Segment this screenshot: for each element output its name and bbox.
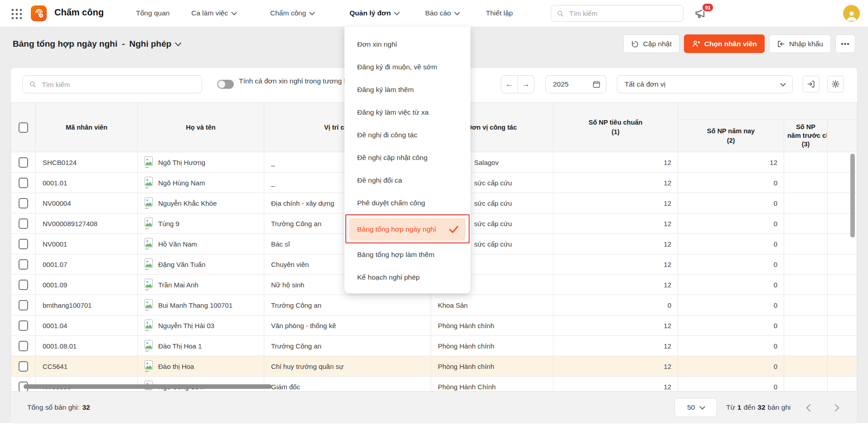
row-checkbox[interactable] bbox=[19, 300, 28, 310]
select-employee-button[interactable]: Chọn nhân viên bbox=[684, 34, 765, 53]
menu-item-dang-ky-lam-them[interactable]: Đăng ký làm thêm bbox=[344, 78, 470, 101]
global-search-input[interactable] bbox=[568, 9, 678, 18]
table-search-input[interactable] bbox=[41, 80, 196, 89]
checkmark-icon bbox=[449, 225, 459, 233]
nav-item-bao-cao[interactable]: Báo cáo bbox=[425, 0, 459, 26]
cell-np-prev-year bbox=[784, 193, 828, 213]
nav-item-ca-lam-viec[interactable]: Ca làm việc bbox=[191, 0, 236, 26]
table-row[interactable]: NV00006 Ngô Công Sơn Giám đốc Phòng Hành… bbox=[11, 377, 857, 392]
nav-item-label: Tổng quan bbox=[136, 9, 170, 17]
row-checkbox[interactable] bbox=[19, 157, 28, 168]
next-page-button[interactable] bbox=[832, 404, 839, 412]
chevron-down-icon[interactable] bbox=[175, 40, 181, 46]
cell-np-standard: 12 bbox=[553, 193, 678, 213]
export-icon bbox=[807, 80, 815, 88]
nav-item-label: Quản lý đơn bbox=[349, 9, 391, 17]
export-button[interactable] bbox=[803, 76, 820, 92]
app-grid-icon[interactable] bbox=[11, 8, 23, 21]
menu-item-bang-tong-hop-ngay-nghi[interactable]: Bảng tổng hợp ngày nghỉ bbox=[349, 218, 466, 241]
nav-item-cham-cong[interactable]: Chấm công bbox=[270, 0, 314, 26]
app-title: Chấm công bbox=[54, 7, 104, 18]
select-all-checkbox[interactable] bbox=[19, 122, 28, 133]
row-checkbox[interactable] bbox=[19, 218, 28, 229]
row-checkbox[interactable] bbox=[19, 361, 28, 372]
more-actions-button[interactable]: ••• bbox=[835, 34, 855, 53]
total-records: Tổng số bản ghi: 32 bbox=[27, 392, 90, 423]
nav-item-tong-quan[interactable]: Tổng quan bbox=[136, 0, 170, 26]
page-size-select[interactable]: 50 bbox=[674, 398, 717, 417]
row-checkbox[interactable] bbox=[19, 280, 28, 290]
menu-item-de-nghi-di-cong-tac[interactable]: Đề nghị đi công tác bbox=[344, 124, 470, 146]
toggle-knob bbox=[218, 81, 225, 88]
cell-employee-code: 0001.09 bbox=[36, 275, 138, 295]
cell-employee-code: 0001.07 bbox=[36, 254, 138, 275]
cell-position: Chỉ huy trưởng quân sự bbox=[264, 356, 431, 377]
table-row-highlighted[interactable]: CC5641 Đào thị Hoa Chỉ huy trưởng quân s… bbox=[11, 356, 857, 377]
menu-item-phe-duyet-cham-cong[interactable]: Phê duyệt chấm công bbox=[344, 192, 470, 214]
menu-item-dang-ky-di-muon-ve-som[interactable]: Đăng ký đi muộn, về sớm bbox=[344, 56, 470, 78]
col-header-employee-code: Mã nhân viên bbox=[36, 103, 138, 152]
row-checkbox[interactable] bbox=[19, 239, 28, 249]
prev-page-button[interactable] bbox=[806, 404, 814, 412]
cell-np-prev-year bbox=[784, 152, 828, 173]
nav-item-label: Thiết lập bbox=[486, 9, 513, 17]
range-text: Từ bbox=[726, 403, 735, 412]
cell-np-standard: 12 bbox=[553, 152, 678, 173]
table-search-box[interactable] bbox=[22, 75, 202, 93]
update-button[interactable]: Cập nhật bbox=[623, 34, 679, 53]
cell-empty bbox=[828, 315, 857, 336]
announcement-megaphone-icon[interactable]: 91 bbox=[694, 7, 709, 21]
table-settings-button[interactable] bbox=[827, 76, 844, 92]
app-logo-timekeeping-icon[interactable] bbox=[31, 5, 47, 21]
cell-employee-code: NV000089127408 bbox=[36, 213, 138, 234]
year-picker[interactable]: 2025 bbox=[545, 75, 606, 93]
table-row[interactable]: 0001.08.01 Đào Thị Hoa 1 Trưởng Công an … bbox=[11, 336, 857, 356]
nav-item-thiet-lap[interactable]: Thiết lập bbox=[486, 0, 513, 26]
cell-np-standard: 12 bbox=[553, 213, 678, 234]
user-avatar[interactable] bbox=[843, 5, 860, 22]
cell-employee-code: CC5641 bbox=[36, 356, 138, 377]
menu-item-don-xin-nghi[interactable]: Đơn xin nghỉ bbox=[344, 33, 470, 56]
cell-np-this-year: 0 bbox=[678, 193, 784, 213]
future-leave-toggle[interactable] bbox=[217, 80, 234, 89]
row-checkbox[interactable] bbox=[19, 259, 28, 270]
cell-employee-code: NV00004 bbox=[36, 193, 138, 213]
import-button[interactable]: Nhập khẩu bbox=[769, 34, 831, 53]
cell-np-standard: 12 bbox=[553, 234, 678, 254]
page-title-subtype[interactable]: Nghỉ phép bbox=[129, 39, 171, 49]
cell-np-prev-year bbox=[784, 275, 828, 295]
cell-np-this-year: 0 bbox=[678, 377, 784, 392]
cell-np-standard: 12 bbox=[553, 315, 678, 336]
table-row[interactable]: bmthang100701 Bui Manh Thang 100701 Trưở… bbox=[11, 295, 857, 315]
menu-item-bang-tong-hop-lam-them[interactable]: Bảng tổng hợp làm thêm bbox=[344, 243, 470, 266]
vertical-scrollbar-thumb[interactable] bbox=[850, 154, 855, 237]
col-header-empty bbox=[828, 120, 857, 152]
unit-filter-select[interactable]: Tất cả đơn vị bbox=[617, 75, 793, 93]
row-checkbox[interactable] bbox=[19, 320, 28, 331]
menu-item-dang-ky-lam-viec-tu-xa[interactable]: Đăng ký làm việc từ xa bbox=[344, 101, 470, 124]
cell-position: Giám đốc bbox=[264, 377, 431, 392]
col-header-full-name: Họ và tên bbox=[138, 103, 264, 152]
broken-image-icon bbox=[145, 360, 154, 372]
horizontal-scrollbar-thumb[interactable] bbox=[24, 384, 272, 389]
cell-full-name: Nguyễn Khắc Khỏe bbox=[158, 199, 217, 207]
menu-item-ke-hoach-nghi-phep[interactable]: Kế hoạch nghỉ phép bbox=[344, 266, 470, 289]
next-year-button[interactable]: → bbox=[518, 76, 534, 93]
cell-np-this-year: 0 bbox=[678, 213, 784, 234]
range-from: 1 bbox=[737, 403, 742, 412]
cell-empty bbox=[828, 275, 857, 295]
broken-image-icon bbox=[145, 340, 154, 352]
row-checkbox[interactable] bbox=[19, 341, 28, 351]
broken-image-icon bbox=[145, 177, 154, 189]
prev-year-button[interactable]: ← bbox=[501, 76, 518, 93]
row-checkbox[interactable] bbox=[19, 198, 28, 208]
table-row[interactable]: 0001.04 Nguyễn Thị Hải 03 Văn phòng - th… bbox=[11, 315, 857, 336]
global-search-box[interactable] bbox=[551, 5, 684, 22]
row-checkbox[interactable] bbox=[19, 178, 28, 188]
chevron-down-icon bbox=[780, 81, 786, 87]
menu-item-de-nghi-doi-ca[interactable]: Đề nghị đổi ca bbox=[344, 169, 470, 192]
chevron-down-icon bbox=[231, 10, 237, 15]
page-title-separator: - bbox=[122, 39, 125, 49]
nav-item-quan-ly-don[interactable]: Quản lý đơn bbox=[349, 0, 399, 26]
menu-item-de-nghi-cap-nhat-cong[interactable]: Đề nghị cập nhật công bbox=[344, 146, 470, 169]
